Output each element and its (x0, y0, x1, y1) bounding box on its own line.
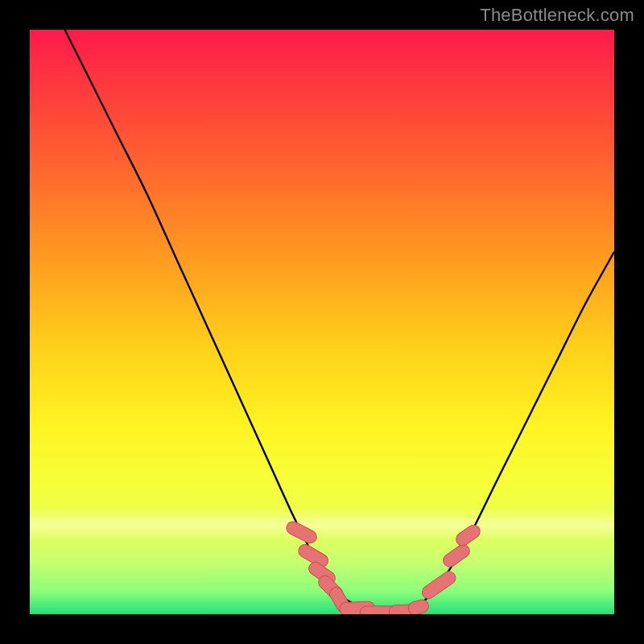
chart-frame: TheBottleneck.com (0, 0, 644, 644)
curve-marker (441, 542, 473, 569)
bottleneck-curve (65, 30, 614, 614)
curve-marker (407, 598, 430, 614)
curve-marker (284, 519, 319, 545)
plot-area (30, 30, 614, 614)
curve-layer (30, 30, 614, 614)
curve-marker (454, 522, 483, 548)
curve-marker (419, 569, 458, 601)
watermark-text: TheBottleneck.com (480, 5, 634, 26)
marker-group (284, 519, 482, 614)
